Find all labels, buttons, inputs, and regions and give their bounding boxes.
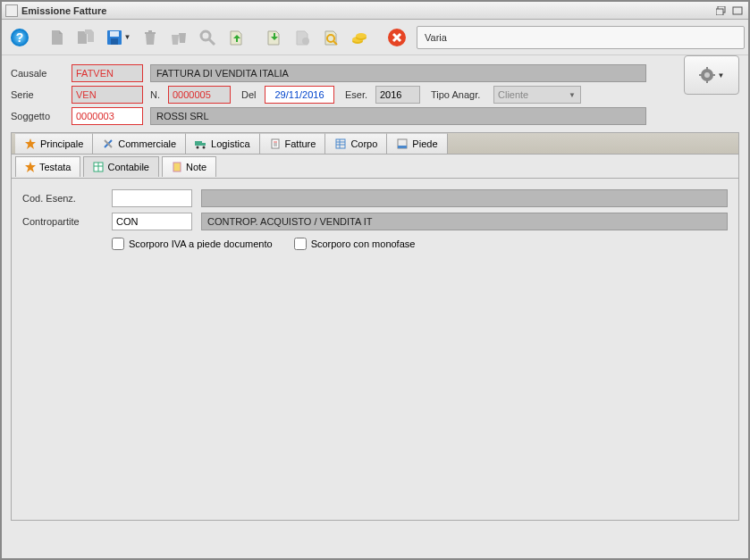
tools-icon xyxy=(102,138,114,150)
svg-rect-25 xyxy=(706,80,708,83)
tab-fatture[interactable]: Fatture xyxy=(260,133,326,154)
checkbox-input[interactable] xyxy=(294,238,307,250)
tipo-anagr-label: Tipo Anagr. xyxy=(431,89,493,100)
svg-point-33 xyxy=(197,146,199,149)
serie-input[interactable] xyxy=(72,86,143,104)
toolbar-status: Varia xyxy=(417,26,745,49)
contropartite-input[interactable] xyxy=(112,213,192,230)
search-button xyxy=(195,25,220,50)
toolbar: ? ▼ xyxy=(2,20,748,55)
svg-line-11 xyxy=(209,39,215,45)
del-input[interactable] xyxy=(265,86,334,104)
ledger-icon xyxy=(93,162,104,172)
secondary-tabs: Testata Contabile Note xyxy=(12,155,738,178)
tab-label: Fatture xyxy=(285,138,316,149)
window-title: Emissione Fatture xyxy=(21,5,714,16)
checkbox-label: Scorporo con monofase xyxy=(311,238,416,249)
tab-label: Piede xyxy=(412,138,437,149)
window-restore-button[interactable] xyxy=(714,4,729,17)
preview-button[interactable] xyxy=(318,25,343,50)
star-icon xyxy=(25,162,36,172)
causale-desc: FATTURA DI VENDITA ITALIA xyxy=(150,64,646,82)
grid-icon xyxy=(334,138,347,150)
scorporo-mono-checkbox[interactable]: Scorporo con monofase xyxy=(294,238,416,250)
tab-contabile[interactable]: Contabile xyxy=(83,156,158,177)
svg-rect-31 xyxy=(195,141,202,146)
soggetto-label: Soggetto xyxy=(11,111,72,121)
soggetto-input[interactable] xyxy=(72,107,143,125)
doc-action-button xyxy=(290,25,315,50)
help-button[interactable]: ? xyxy=(7,25,32,50)
export-button[interactable] xyxy=(261,25,286,50)
footer-icon xyxy=(396,138,409,150)
document-icon xyxy=(269,138,282,150)
app-icon xyxy=(5,4,18,17)
tab-logistica[interactable]: Logistica xyxy=(186,133,259,154)
new-copy-button xyxy=(73,25,98,50)
svg-point-34 xyxy=(203,146,206,149)
dropdown-arrow-icon: ▼ xyxy=(124,33,131,41)
cancel-button[interactable] xyxy=(384,25,409,50)
eser-label: Eser. xyxy=(345,89,375,100)
svg-rect-9 xyxy=(148,30,152,32)
contropartite-desc: CONTROP. ACQUISTO / VENDITA IT xyxy=(201,213,728,230)
tab-principale[interactable]: Principale xyxy=(15,133,93,154)
settings-button[interactable]: ▼ xyxy=(684,55,739,95)
coins-button[interactable] xyxy=(347,25,372,50)
svg-point-18 xyxy=(356,33,367,38)
tab-label: Principale xyxy=(40,138,83,149)
svg-rect-26 xyxy=(699,74,702,76)
chevron-down-icon: ▼ xyxy=(566,88,578,101)
svg-text:?: ? xyxy=(16,30,24,45)
svg-point-23 xyxy=(704,72,710,78)
tab-note[interactable]: Note xyxy=(162,156,216,177)
gear-icon xyxy=(699,67,715,83)
svg-rect-39 xyxy=(336,139,345,148)
tab-testata[interactable]: Testata xyxy=(15,156,80,177)
svg-rect-49 xyxy=(173,163,181,171)
tipo-anagr-value: Cliente xyxy=(498,89,528,100)
import-button[interactable] xyxy=(223,25,249,50)
tab-commerciale[interactable]: Commerciale xyxy=(93,133,186,154)
cod-esenz-input[interactable] xyxy=(112,189,192,207)
svg-rect-8 xyxy=(145,32,156,34)
numero-label: N. xyxy=(150,89,168,100)
new-button xyxy=(45,25,70,50)
window-maximize-button[interactable] xyxy=(730,4,745,17)
tab-label: Note xyxy=(186,162,206,172)
note-icon xyxy=(172,162,182,172)
tab-corpo[interactable]: Corpo xyxy=(325,133,387,154)
svg-rect-7 xyxy=(111,38,118,45)
eser-input[interactable] xyxy=(375,86,420,104)
svg-marker-45 xyxy=(25,162,36,172)
numero-input[interactable] xyxy=(168,86,231,104)
title-bar: Emissione Fatture xyxy=(2,2,748,20)
primary-tabs: Principale Commerciale Logistica Fatture… xyxy=(12,133,738,155)
tipo-anagr-combo[interactable]: Cliente ▼ xyxy=(493,86,581,104)
dropdown-arrow-icon: ▼ xyxy=(718,71,725,79)
svg-rect-24 xyxy=(706,67,708,70)
svg-rect-32 xyxy=(202,143,206,146)
svg-rect-1 xyxy=(716,9,723,15)
star-icon xyxy=(24,138,37,150)
cod-esenz-desc xyxy=(201,189,728,207)
tab-label: Contabile xyxy=(107,162,148,172)
causale-label: Causale xyxy=(11,68,72,79)
contabile-pane: Cod. Esenz. Contropartite CONTROP. ACQUI… xyxy=(12,178,738,520)
save-button[interactable]: ▼ xyxy=(102,25,134,50)
tab-label: Commerciale xyxy=(118,138,176,149)
svg-rect-2 xyxy=(733,7,742,14)
delete-button xyxy=(138,25,163,50)
serie-label: Serie xyxy=(11,89,72,100)
soggetto-desc: ROSSI SRL xyxy=(150,107,646,125)
svg-point-12 xyxy=(302,38,309,45)
causale-input[interactable] xyxy=(72,64,143,82)
svg-point-10 xyxy=(201,31,210,40)
truck-icon xyxy=(195,138,207,150)
del-label: Del xyxy=(241,89,265,100)
tab-piede[interactable]: Piede xyxy=(387,133,447,154)
svg-rect-44 xyxy=(398,146,407,148)
checkbox-input[interactable] xyxy=(112,238,124,250)
scorporo-iva-checkbox[interactable]: Scorporo IVA a piede documento xyxy=(112,238,273,250)
contropartite-label: Contropartite xyxy=(22,216,112,227)
